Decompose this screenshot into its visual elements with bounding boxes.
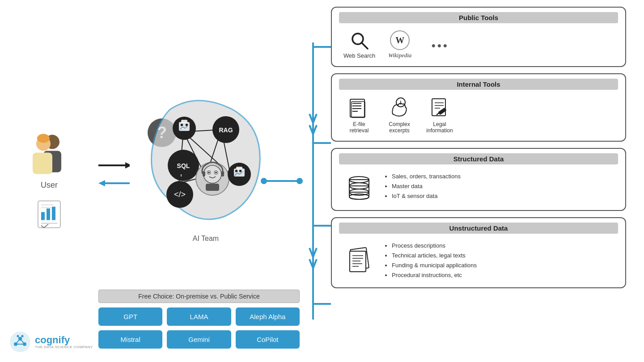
unstructured-item-3: Funding & municipal applications <box>392 261 477 270</box>
svg-point-46 <box>208 172 210 173</box>
svg-rect-55 <box>181 120 187 123</box>
unstructured-data-box: Unstructured Data <box>331 217 626 288</box>
svg-rect-19 <box>52 207 55 220</box>
model-btn-mistral[interactable]: Mistral <box>98 330 162 349</box>
tools-column: Public Tools Web Search W Wikipedia <box>331 7 635 355</box>
search-icon <box>350 31 369 51</box>
more-icon: ••• <box>432 39 449 53</box>
structured-data-header: Structured Data <box>339 153 618 164</box>
svg-rect-50 <box>206 184 219 191</box>
user-label: User <box>41 181 58 190</box>
cognify-subtitle: THE DATA SCIENCE COMPANY <box>35 345 93 349</box>
efile-item: E-fileretrieval <box>343 97 375 134</box>
legal-icon <box>428 97 451 119</box>
cognify-logo-icon <box>9 331 31 353</box>
legal-item: Legalinformation <box>424 97 455 134</box>
svg-rect-54 <box>179 122 190 131</box>
svg-text:i: i <box>400 100 401 106</box>
vertical-branch-connector <box>304 7 331 355</box>
model-buttons-grid: GPT LAMA Aleph Alpha Mistral Gemini CoPi… <box>98 307 300 349</box>
svg-text:</>: </> <box>174 190 186 199</box>
unstructured-data-content: Process descriptions Technical articles,… <box>339 238 618 283</box>
internal-tools-content: E-fileretrieval i Complexexcerpts <box>339 94 618 136</box>
wikipedia-item: W Wikipedia <box>384 30 415 59</box>
unstructured-data-header: Unstructured Data <box>339 223 618 234</box>
unstructured-data-list: Process descriptions Technical articles,… <box>384 241 477 280</box>
svg-rect-104 <box>350 251 366 272</box>
ai-team-blob: SQL RAG <box>143 96 268 243</box>
internal-tools-box: Internal Tools E-fileretrieval <box>331 73 626 142</box>
user-figures-icon <box>25 132 74 177</box>
model-btn-gpt[interactable]: GPT <box>98 307 162 326</box>
ai-team-label: AI Team <box>143 235 268 243</box>
public-tools-content: Web Search W Wikipedia ••• <box>339 28 618 62</box>
svg-point-102 <box>349 194 369 199</box>
svg-rect-87 <box>352 101 365 118</box>
svg-marker-26 <box>125 162 130 168</box>
right-arrow-icon <box>98 161 130 170</box>
wikipedia-icon: W <box>390 30 410 50</box>
svg-rect-66 <box>235 170 237 172</box>
unstructured-item-2: Technical articles, legal texts <box>392 251 477 261</box>
structured-item-2: Master data <box>392 181 461 191</box>
svg-text:SQL: SQL <box>177 162 190 169</box>
svg-rect-67 <box>239 170 242 172</box>
public-tools-box: Public Tools Web Search W Wikipedia <box>331 7 626 67</box>
model-btn-copilot[interactable]: CoPilot <box>236 330 300 349</box>
efile-label: E-fileretrieval <box>350 121 369 134</box>
h-connector-svg <box>259 177 304 185</box>
documents-icon <box>343 245 375 276</box>
cognify-logo: cognify THE DATA SCIENCE COMPANY <box>9 331 93 353</box>
excerpts-item: i Complexexcerpts <box>384 97 415 134</box>
excerpts-label: Complexexcerpts <box>389 121 410 134</box>
svg-line-81 <box>362 43 368 49</box>
structured-data-list: Sales, orders, transactions Master data … <box>384 172 461 201</box>
svg-rect-18 <box>47 209 50 220</box>
structured-item-1: Sales, orders, transactions <box>392 172 461 181</box>
svg-point-15 <box>37 134 50 143</box>
right-area: Public Tools Web Search W Wikipedia <box>304 7 635 355</box>
legal-label: Legalinformation <box>426 121 453 134</box>
model-btn-lama[interactable]: LAMA <box>167 307 231 326</box>
svg-point-47 <box>215 172 217 173</box>
left-arrow-icon <box>98 179 130 188</box>
svg-rect-48 <box>203 171 205 177</box>
branch-svg <box>304 7 331 355</box>
database-icon <box>343 172 375 203</box>
model-btn-aleph[interactable]: Aleph Alpha <box>236 307 300 326</box>
free-choice-banner: Free Choice: On-premise vs. Public Servi… <box>98 290 300 303</box>
svg-text:RAG: RAG <box>219 126 233 134</box>
cognify-text-block: cognify THE DATA SCIENCE COMPANY <box>35 335 93 349</box>
h-connector-area <box>259 177 304 185</box>
svg-rect-64 <box>234 168 245 177</box>
efile-icon <box>348 97 370 119</box>
unstructured-item-4: Procedural instructions, etc <box>392 270 477 280</box>
web-search-item: Web Search <box>343 31 375 59</box>
internal-tools-header: Internal Tools <box>339 79 618 90</box>
svg-point-43 <box>203 165 221 183</box>
unstructured-item-1: Process descriptions <box>392 241 477 251</box>
ai-team-svg: SQL RAG <box>143 96 268 230</box>
arrow-left-container <box>98 179 130 189</box>
center-area: ? <box>72 92 233 270</box>
structured-item-3: IoT & sensor data <box>392 191 461 201</box>
svg-marker-28 <box>98 180 105 186</box>
arrow-right-container <box>98 161 130 172</box>
more-tools-item: ••• <box>424 37 456 53</box>
free-choice-section: Free Choice: On-premise vs. Public Servi… <box>98 290 300 349</box>
svg-point-0 <box>10 332 30 352</box>
wikipedia-label: Wikipedia <box>388 52 411 59</box>
svg-rect-56 <box>181 124 183 126</box>
document-icon <box>36 199 63 230</box>
model-btn-gemini[interactable]: Gemini <box>167 330 231 349</box>
public-tools-header: Public Tools <box>339 12 618 23</box>
svg-rect-17 <box>41 212 45 220</box>
web-search-label: Web Search <box>343 52 375 59</box>
excerpts-icon: i <box>388 97 411 119</box>
svg-rect-65 <box>236 167 242 169</box>
main-container: cognify THE DATA SCIENCE COMPANY User <box>0 0 644 362</box>
svg-rect-14 <box>33 153 52 174</box>
structured-data-box: Structured Data Sa <box>331 148 626 211</box>
structured-data-content: Sales, orders, transactions Master data … <box>339 169 618 206</box>
svg-point-74 <box>297 178 303 184</box>
